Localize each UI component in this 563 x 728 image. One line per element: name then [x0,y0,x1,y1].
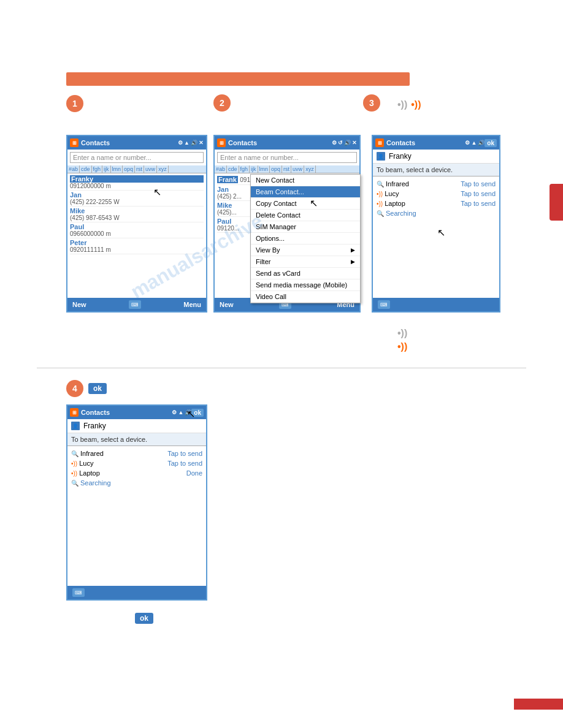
contact-name-peter[interactable]: Peter [70,239,204,246]
lucy-label-3: Lucy [385,190,399,197]
signal-active: •)) [411,99,421,110]
phone1-keyboard-icon[interactable]: ⌨ [129,300,141,309]
phone3-device-list: 🔍 Infrared Tap to send •)) Lucy Tap to s… [373,176,499,221]
signal-inactive: •)) [397,99,407,110]
contact-detail-paul: 0966000000 m [70,230,204,237]
phone3-franky-name: Franky [389,152,412,161]
beam-signal-bottom: •)) [397,341,407,352]
lucy-label-4: Lucy [79,460,93,467]
contact-icon-3: 👤 [377,152,385,161]
phone4-ok-button[interactable]: ok [191,409,204,417]
contact-name-paul[interactable]: Paul [70,223,204,230]
phone3-bottombar: ⌨ [373,298,499,311]
infrared-label-4: Infrared [80,450,104,457]
phone2-alpha-tabs[interactable]: #ab cde fgh ijk lmn opq rst uvw xyz [215,165,359,173]
device-infrared-4[interactable]: 🔍 Infrared Tap to send [71,449,202,458]
contact-name-jan[interactable]: Jan [70,191,204,199]
lucy-wifi-icon-4: •)) [71,460,77,467]
phone4-device-list: 🔍 Infrared Tap to send •)) Lucy Tap to s… [67,446,206,490]
phone-screen-4: ⊞ Contacts ⚙ ▲ 🔊 ok ↖ 👤 Franky To beam, … [66,404,207,601]
step-4-circle: 4 [66,380,83,397]
menu-video-call[interactable]: Video Call [251,291,360,303]
lucy-tap-send-4[interactable]: Tap to send [167,460,202,467]
menu-delete-contact[interactable]: Delete Contact [251,210,360,221]
windows-logo-4: ⊞ [70,408,79,417]
step-3-circle: 3 [363,94,380,112]
red-side-tab [550,184,563,221]
contact-name-mike[interactable]: Mike [70,207,204,214]
phone4-beam-text: To beam, select a device. [71,436,147,443]
phone4-title-icons: ⚙ ▲ 🔊 [172,409,191,415]
phone1-bottombar: New ⌨ Menu [67,298,206,311]
divider-line [37,368,526,368]
contact-detail-franky: 0912000000 m [70,183,204,189]
lucy-tap-send-3[interactable]: Tap to send [461,190,496,197]
phone2-new-button[interactable]: New [220,301,234,308]
laptop-wifi-icon-4: •)) [71,470,77,477]
context-menu: New Contact Beam Contact... Copy Contact… [250,174,361,303]
contact-name-franky[interactable]: Franky [70,175,204,183]
phone3-ok-button[interactable]: ok [484,139,497,147]
list-item[interactable]: Jan (425) 222-2255 W [70,191,204,207]
phone3-title: Contacts [386,139,465,146]
laptop-label-3: Laptop [385,200,405,207]
device-laptop-4[interactable]: •)) Laptop Done [71,468,202,478]
list-item[interactable]: Peter 0920111111 m [70,238,204,254]
phone3-beam-text: To beam, select a device. [377,166,453,173]
phone1-alpha-tabs[interactable]: #ab cde fgh ijk lmn opq rst uvw xyz [67,165,206,173]
windows-logo-2: ⊞ [217,138,226,147]
menu-options[interactable]: Options... [251,233,360,245]
searching-label-3: Searching [386,210,416,217]
list-item[interactable]: Mike (425) 987-6543 W [70,207,204,222]
infrared-icon-3: 🔍 [377,181,384,188]
phone1-title-icons: ⚙ ▲ 🔊 ✕ [178,140,204,146]
phone3-keyboard-icon[interactable]: ⌨ [378,300,390,309]
laptop-wifi-icon-3: •)) [377,200,383,207]
laptop-tap-send-3[interactable]: Tap to send [461,200,496,207]
list-item[interactable]: Franky 0912000000 m [70,175,204,191]
phone2-titlebar: ⊞ Contacts ⚙ ↺ 🔊 ✕ [215,136,359,150]
menu-view-by[interactable]: View By ▶ [251,245,360,256]
device-infrared-3[interactable]: 🔍 Infrared Tap to send [377,179,496,189]
lucy-wifi-icon-3: •)) [377,191,383,197]
phone4-titlebar: ⊞ Contacts ⚙ ▲ 🔊 ok [67,406,206,419]
searching-label-4: Searching [80,479,111,487]
phone1-menu-button[interactable]: Menu [183,301,201,308]
phone4-keyboard-icon[interactable]: ⌨ [72,588,85,597]
menu-new-contact[interactable]: New Contact [251,175,360,186]
menu-send-vcard[interactable]: Send as vCard [251,268,360,279]
windows-logo-3: ⊞ [375,138,384,147]
phone3-title-icons: ⚙ ▲ 🔊 [465,140,484,146]
device-lucy-4[interactable]: •)) Lucy Tap to send [71,458,202,468]
laptop-done-4[interactable]: Done [186,469,202,477]
phone-screen-2: ⊞ Contacts ⚙ ↺ 🔊 ✕ Enter a name or numbe… [213,135,361,313]
phone2-search-placeholder: Enter a name or number... [220,154,299,161]
phone1-new-button[interactable]: New [72,301,86,308]
step4-header: 4 ok [66,380,107,397]
phone1-titlebar: ⊞ Contacts ⚙ ▲ 🔊 ✕ [67,136,206,150]
device-laptop-3[interactable]: •)) Laptop Tap to send [377,199,496,208]
beam-signals-area: •)) •)) [397,99,421,110]
menu-copy-contact[interactable]: Copy Contact [251,198,360,210]
phone1-search[interactable]: Enter a name or number... [70,152,204,163]
contact-detail-jan: (425) 222-2255 W [70,199,204,205]
infrared-tap-send-3[interactable]: Tap to send [461,180,496,188]
menu-send-media[interactable]: Send media message (Mobile) [251,279,360,291]
cursor-3: ↖ [437,227,445,238]
step-2-number: 2 [220,98,224,108]
menu-beam-contact[interactable]: Beam Contact... [251,186,360,198]
step-1-circle: 1 [66,95,83,112]
menu-filter[interactable]: Filter ▶ [251,256,360,268]
phone3-beam-instruction: To beam, select a device. [373,164,499,176]
contact-franky-p2[interactable]: Frank [217,176,238,183]
step4-ok-label: ok [93,384,102,393]
list-item[interactable]: Paul 0966000000 m [70,222,204,238]
device-lucy-3[interactable]: •)) Lucy Tap to send [377,189,496,199]
phone1-contact-list: Franky 0912000000 m Jan (425) 222-2255 W… [67,173,206,256]
menu-sim-manager[interactable]: SIM Manager [251,221,360,233]
beam-signal-top: •)) [397,328,407,339]
phone2-search[interactable]: Enter a name or number... [217,152,357,163]
infrared-label-3: Infrared [386,180,409,188]
device-searching-3: 🔍 Searching [377,208,496,218]
infrared-tap-send-4[interactable]: Tap to send [167,450,202,457]
